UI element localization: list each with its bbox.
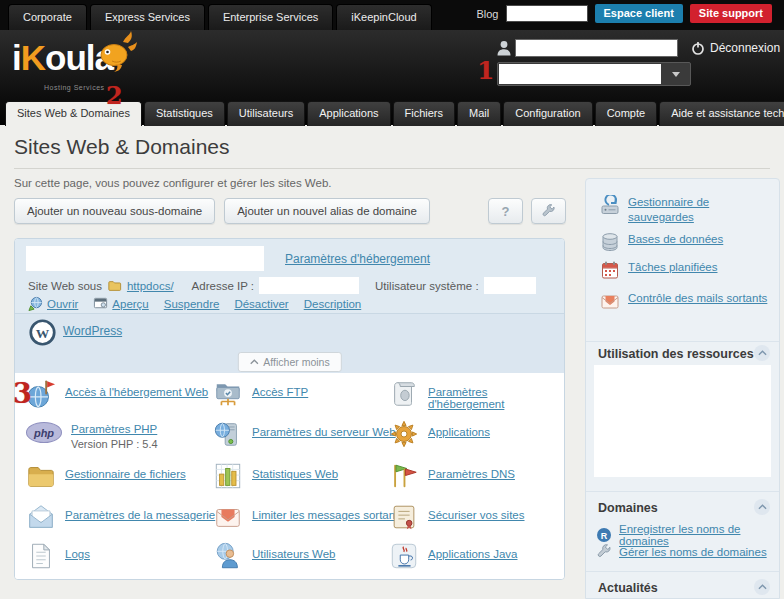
tool-label: Applications xyxy=(428,426,490,438)
tool-label: Statistiques Web xyxy=(252,468,338,480)
right-sidebar: Gestionnaire de sauvegardes Bases de don… xyxy=(585,178,780,599)
topbar-tab-enterprise-services[interactable]: Enterprise Services xyxy=(208,4,333,30)
site-under-label: Site Web sous xyxy=(28,280,102,292)
tool-mail-settings[interactable]: Paramètres de la messagerie xyxy=(26,502,215,532)
topbar-tab-ikeepincloud[interactable]: iKeepinCloud xyxy=(336,4,431,30)
subscription-dropdown[interactable] xyxy=(497,62,691,86)
topbar-tab-express-services[interactable]: Express Services xyxy=(90,4,205,30)
tool-web-hosting-access[interactable]: Accès à l'hébergement Web xyxy=(26,379,208,409)
wordpress-link[interactable]: WordPress xyxy=(63,324,122,338)
web-user-icon xyxy=(213,541,243,571)
open-link-label: Ouvrir xyxy=(47,298,78,310)
tool-label: Limiter les messages sortants xyxy=(252,509,404,521)
username-field[interactable] xyxy=(515,39,678,57)
gear-icon xyxy=(389,419,419,449)
show-less-button[interactable]: Afficher moins xyxy=(237,352,341,372)
backup-icon xyxy=(600,195,620,215)
resources-usage-redacted xyxy=(594,365,771,477)
add-domain-alias-button[interactable]: Ajouter un nouvel alias de domaine xyxy=(224,198,430,224)
java-cup-icon xyxy=(389,541,419,571)
domains-panel-title: Domaines xyxy=(598,501,658,515)
folder-icon xyxy=(26,461,56,491)
sidebar-link-label: Contrôle des mails sortants xyxy=(628,291,767,306)
sidebar-link-label: Bases de données xyxy=(628,232,723,247)
topbar-search-input[interactable] xyxy=(506,5,588,22)
tool-secure-sites[interactable]: Sécuriser vos sites xyxy=(389,502,525,532)
chevron-up-icon xyxy=(758,504,767,510)
description-link[interactable]: Description xyxy=(304,298,362,310)
tool-limit-outgoing-messages[interactable]: Limiter les messages sortants xyxy=(213,502,404,532)
logout-button[interactable]: Déconnexion xyxy=(691,41,780,55)
site-support-button[interactable]: Site support xyxy=(690,4,772,23)
goldfish-logo-icon xyxy=(92,30,138,74)
manage-domains-link[interactable]: Gérer les noms de domaines xyxy=(596,544,767,560)
tab-applications[interactable]: Applications xyxy=(307,101,390,126)
logo-k: K xyxy=(21,38,45,77)
tool-label: Utilisateurs Web xyxy=(252,548,336,560)
add-subdomain-button[interactable]: Ajouter un nouveau sous-domaine xyxy=(14,198,215,224)
deactivate-link[interactable]: Désactiver xyxy=(234,298,288,310)
help-button[interactable]: ? xyxy=(488,198,523,224)
tool-label: Accès à l'hébergement Web xyxy=(65,386,208,398)
topbar-tab-corporate[interactable]: Corporate xyxy=(8,4,87,30)
sidebar-scheduled-tasks[interactable]: Tâches planifiées xyxy=(600,260,770,280)
svg-text:W: W xyxy=(36,326,50,341)
collapse-news-button[interactable] xyxy=(754,579,770,595)
logo-tagline: Hosting Services xyxy=(44,84,105,91)
open-globe-icon xyxy=(28,296,43,311)
tab-mail[interactable]: Mail xyxy=(457,101,501,126)
user-icon xyxy=(496,40,512,56)
espace-client-button[interactable]: Espace client xyxy=(595,4,683,23)
sidebar-outgoing-mail-control[interactable]: Contrôle des mails sortants xyxy=(600,291,770,311)
collapse-domains-button[interactable] xyxy=(754,499,770,515)
blog-link[interactable]: Blog xyxy=(476,8,498,20)
tool-label: Logs xyxy=(65,548,90,560)
suspend-link[interactable]: Suspendre xyxy=(164,298,220,310)
tool-java-applications[interactable]: Applications Java xyxy=(389,541,518,571)
tool-file-manager[interactable]: Gestionnaire de fichiers xyxy=(26,461,186,491)
tool-php-settings[interactable]: php Paramètres PHP Version PHP : 5.4 xyxy=(26,419,158,450)
flags-icon xyxy=(389,461,419,491)
hosting-settings-link[interactable]: Paramètres d'hébergement xyxy=(285,252,430,266)
mail-open-icon xyxy=(26,502,56,532)
tab-compte[interactable]: Compte xyxy=(595,101,658,126)
tool-label: Sécuriser vos sites xyxy=(428,509,525,521)
collapse-strip: Afficher moins xyxy=(15,349,564,373)
sidebar-link-label: Gérer les noms de domaines xyxy=(619,546,767,558)
annotation-1: 1 xyxy=(477,56,494,85)
chevron-down-icon xyxy=(672,72,680,77)
tab-fichiers[interactable]: Fichiers xyxy=(393,101,456,126)
tool-applications[interactable]: Applications xyxy=(389,419,490,449)
tab-aide-assistance[interactable]: Aide et assistance technique xyxy=(659,101,784,126)
preview-icon xyxy=(93,296,108,311)
outgoing-mail-icon xyxy=(600,291,620,311)
subscription-value xyxy=(499,64,661,84)
calendar-icon xyxy=(600,260,620,280)
settings-wrench-button[interactable] xyxy=(531,198,566,224)
logout-label: Déconnexion xyxy=(710,41,780,55)
tool-logs[interactable]: Logs xyxy=(26,541,90,571)
sidebar-divider xyxy=(586,341,779,342)
tool-label: Paramètres DNS xyxy=(428,468,515,480)
sidebar-databases[interactable]: Bases de données xyxy=(600,232,770,252)
tool-web-statistics[interactable]: Statistiques Web xyxy=(213,461,338,491)
preview-link[interactable]: Aperçu xyxy=(93,296,148,311)
tool-ftp-access[interactable]: Accès FTP xyxy=(213,379,308,409)
tab-statistiques[interactable]: Statistiques xyxy=(144,101,225,126)
corporate-topbar: Corporate Express Services Enterprise Se… xyxy=(0,0,784,30)
tool-label: Paramètres du serveur Web xyxy=(252,426,396,438)
tool-web-server-settings[interactable]: Paramètres du serveur Web xyxy=(213,419,396,449)
httpdocs-link[interactable]: httpdocs/ xyxy=(127,280,174,292)
tab-configuration[interactable]: Configuration xyxy=(503,101,592,126)
tab-utilisateurs[interactable]: Utilisateurs xyxy=(227,101,305,126)
tool-web-users[interactable]: Utilisateurs Web xyxy=(213,541,336,571)
sidebar-backup-manager[interactable]: Gestionnaire de sauvegardes xyxy=(600,195,770,225)
wordpress-icon: W xyxy=(29,319,56,346)
tool-hosting-settings[interactable]: Paramètres d'hébergement xyxy=(389,379,564,410)
tool-dns-settings[interactable]: Paramètres DNS xyxy=(389,461,515,491)
server-globe-icon xyxy=(213,419,243,449)
collapse-resources-button[interactable] xyxy=(754,345,770,361)
tool-label: Applications Java xyxy=(428,548,518,560)
tool-label: Gestionnaire de fichiers xyxy=(65,468,186,480)
open-site-link[interactable]: Ouvrir xyxy=(28,296,78,311)
